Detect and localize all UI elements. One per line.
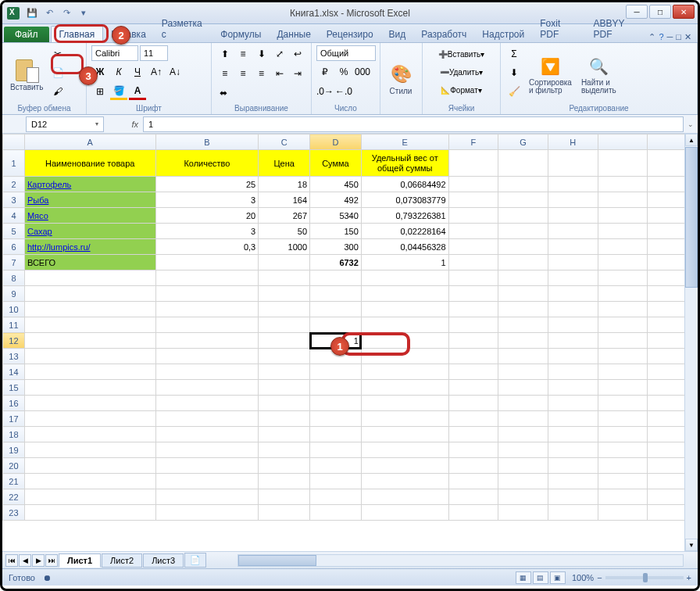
align-center-icon[interactable]: ≡	[234, 65, 251, 82]
select-all-corner[interactable]	[3, 134, 25, 150]
font-name-combo[interactable]: Calibri	[91, 45, 138, 61]
file-tab[interactable]: Файл	[4, 27, 49, 42]
comma-icon[interactable]: 000	[354, 63, 371, 81]
zoom-out-icon[interactable]: −	[597, 573, 602, 582]
tab-home[interactable]: Главная	[51, 26, 104, 42]
tab-addins[interactable]: Надстрой	[474, 27, 532, 42]
col-header[interactable]: D	[310, 134, 362, 150]
percent-icon[interactable]: %	[335, 63, 352, 81]
tab-abbyy[interactable]: ABBYY PDF	[586, 16, 649, 42]
decrease-font-icon[interactable]: A↓	[166, 63, 184, 81]
italic-icon[interactable]: К	[110, 63, 127, 81]
merge-cells-icon[interactable]: ⬌	[216, 84, 230, 102]
col-header[interactable]	[598, 134, 648, 150]
sheet-nav-last-icon[interactable]: ⏭	[45, 554, 58, 567]
tab-foxit[interactable]: Foxit PDF	[532, 16, 585, 42]
vertical-scrollbar[interactable]: ▲ ▼	[684, 134, 698, 551]
close-button[interactable]: ✕	[673, 5, 695, 19]
increase-indent-icon[interactable]: ⇥	[290, 65, 306, 82]
zoom-level[interactable]: 100%	[572, 573, 594, 582]
doc-minimize-icon[interactable]: ─	[667, 32, 673, 42]
normal-view-icon[interactable]: ▦	[516, 571, 531, 584]
tab-view[interactable]: Вид	[381, 27, 414, 42]
status-text: Готово	[9, 573, 35, 582]
macro-record-icon[interactable]: ⏺	[43, 573, 52, 582]
qat-more-icon[interactable]: ▾	[76, 6, 91, 20]
doc-restore-icon[interactable]: □	[676, 32, 681, 42]
wrap-text-icon[interactable]: ↩	[290, 45, 306, 63]
sort-filter-button[interactable]: 🔽 Сортировка и фильтр	[526, 45, 575, 103]
orientation-icon[interactable]: ⤢	[271, 45, 288, 63]
font-color-icon[interactable]: A	[129, 83, 146, 100]
scroll-down-icon[interactable]: ▼	[685, 539, 698, 551]
spreadsheet-grid[interactable]: A B C D E F G H 1 Наименование товара Ко…	[2, 134, 698, 551]
styles-button[interactable]: 🎨 Стили	[385, 45, 416, 112]
scroll-up-icon[interactable]: ▲	[685, 134, 698, 146]
tab-layout[interactable]: Разметка с	[154, 16, 212, 42]
align-top-icon[interactable]: ⬆	[216, 45, 233, 63]
col-header[interactable]: B	[155, 134, 259, 150]
col-header[interactable]: C	[259, 134, 310, 150]
expand-formula-icon[interactable]: ⌄	[684, 120, 698, 128]
align-bottom-icon[interactable]: ⬇	[253, 45, 270, 63]
sheet-tab[interactable]: Лист3	[143, 553, 184, 568]
cut-icon[interactable]: ✂	[49, 45, 66, 63]
find-select-button[interactable]: 🔍 Найти и выделить	[578, 45, 620, 103]
increase-decimal-icon[interactable]: .0→	[316, 83, 334, 100]
align-middle-icon[interactable]: ≡	[234, 45, 251, 63]
font-size-combo[interactable]: 11	[140, 45, 168, 61]
sheet-nav-next-icon[interactable]: ▶	[32, 554, 45, 567]
paste-icon	[14, 58, 39, 83]
sheet-tab[interactable]: Лист2	[102, 553, 142, 568]
zoom-slider[interactable]	[605, 576, 684, 579]
underline-icon[interactable]: Ч	[129, 63, 146, 81]
decrease-decimal-icon[interactable]: ←.0	[335, 83, 352, 100]
sheet-tab[interactable]: Лист1	[59, 553, 101, 568]
help-icon[interactable]: ?	[659, 32, 663, 42]
row-header[interactable]: 1	[3, 150, 25, 177]
col-header[interactable]: F	[448, 134, 498, 150]
minimize-ribbon-icon[interactable]: ⌃	[648, 32, 655, 42]
col-header[interactable]: H	[548, 134, 598, 150]
col-header[interactable]: A	[24, 134, 155, 150]
undo-icon[interactable]: ↶	[41, 6, 57, 20]
format-painter-icon[interactable]: 🖌	[49, 83, 66, 100]
doc-close-icon[interactable]: ✕	[684, 32, 691, 42]
col-header[interactable]: E	[361, 134, 448, 150]
name-box[interactable]: D12▾	[26, 116, 104, 132]
tab-review[interactable]: Рецензиро	[319, 27, 381, 42]
currency-icon[interactable]: ₽	[316, 63, 334, 81]
clear-icon[interactable]: 🧹	[505, 83, 523, 100]
maximize-button[interactable]: □	[649, 5, 671, 19]
horizontal-scrollbar[interactable]	[238, 554, 684, 567]
formula-input[interactable]: 1	[143, 116, 684, 132]
fill-color-icon[interactable]: 🪣	[110, 83, 127, 100]
number-format-combo[interactable]: Общий	[316, 45, 376, 61]
fill-icon[interactable]: ⬇	[505, 64, 523, 81]
sheet-nav-first-icon[interactable]: ⏮	[5, 554, 18, 567]
autosum-icon[interactable]: Σ	[505, 45, 523, 63]
insert-cells-button[interactable]: ➕ Вставить ▾	[427, 45, 495, 63]
tab-formulas[interactable]: Формулы	[212, 27, 269, 42]
border-icon[interactable]: ⊞	[91, 83, 109, 100]
new-sheet-icon[interactable]: 📄	[184, 553, 206, 568]
tab-developer[interactable]: Разработч	[413, 27, 474, 42]
delete-cells-button[interactable]: ➖ Удалить ▾	[427, 63, 495, 81]
format-cells-button[interactable]: 📐 Формат ▾	[427, 81, 495, 98]
page-break-view-icon[interactable]: ▣	[550, 571, 566, 584]
align-left-icon[interactable]: ≡	[216, 65, 233, 82]
col-header[interactable]: G	[498, 134, 548, 150]
paste-button[interactable]: Вставить	[7, 45, 46, 103]
zoom-in-icon[interactable]: +	[687, 573, 691, 582]
increase-font-icon[interactable]: A↑	[148, 63, 165, 81]
align-right-icon[interactable]: ≡	[253, 65, 270, 82]
redo-icon[interactable]: ↷	[59, 6, 74, 20]
decrease-indent-icon[interactable]: ⇤	[271, 65, 288, 82]
tab-data[interactable]: Данные	[269, 27, 318, 42]
sheet-nav-prev-icon[interactable]: ◀	[19, 554, 31, 567]
scroll-thumb[interactable]	[685, 147, 698, 288]
copy-icon[interactable]: 📄	[49, 64, 66, 81]
fx-icon[interactable]: fx	[131, 120, 138, 129]
save-icon[interactable]: 💾	[24, 6, 40, 20]
page-layout-view-icon[interactable]: ▤	[533, 571, 548, 584]
